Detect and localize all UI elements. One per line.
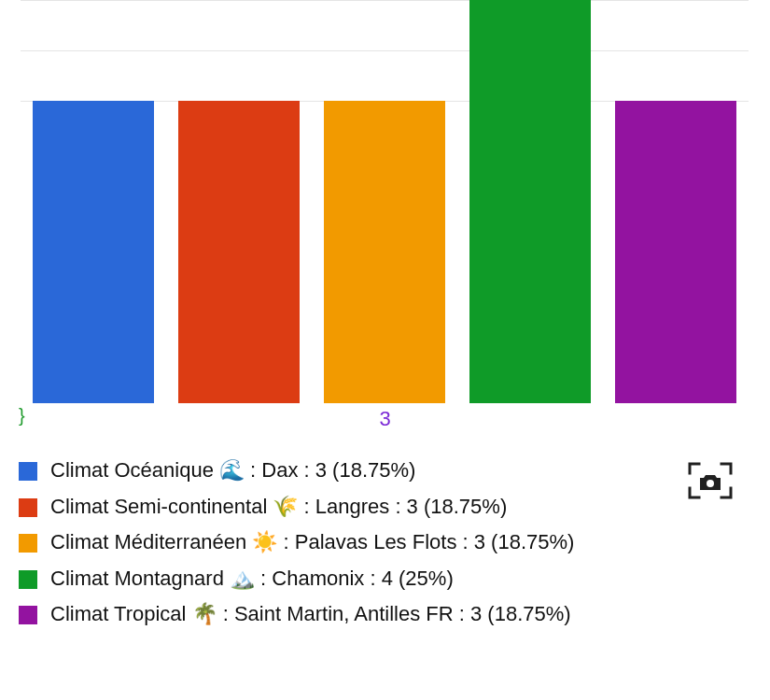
bar-chart: [21, 0, 749, 403]
bar-3: [469, 0, 591, 403]
bar-1: [178, 101, 300, 403]
legend-item-2: Climat Méditerranéen ☀️ : Palavas Les Fl…: [19, 529, 616, 556]
screenshot-button[interactable]: [688, 462, 733, 499]
legend-label: Climat Tropical 🌴 : Saint Martin, Antill…: [50, 601, 571, 628]
legend-label: Climat Océanique 🌊 : Dax : 3 (18.75%): [50, 457, 415, 484]
legend-swatch: [19, 534, 37, 553]
legend-swatch: [19, 570, 37, 589]
svg-point-0: [707, 480, 714, 487]
legend-swatch: [19, 462, 37, 481]
legend-swatch: [19, 606, 37, 624]
x-axis-tick-label: 3: [0, 407, 770, 431]
legend-item-0: Climat Océanique 🌊 : Dax : 3 (18.75%): [19, 457, 616, 484]
legend-swatch: [19, 498, 37, 517]
legend-label: Climat Montagnard 🏔️ : Chamonix : 4 (25%…: [50, 566, 454, 593]
legend-item-4: Climat Tropical 🌴 : Saint Martin, Antill…: [19, 601, 616, 628]
bar-2: [324, 101, 445, 403]
bar-group: [21, 0, 749, 403]
legend-item-3: Climat Montagnard 🏔️ : Chamonix : 4 (25%…: [19, 566, 616, 593]
camera-icon: [688, 462, 733, 499]
bar-0: [33, 101, 154, 403]
legend-item-1: Climat Semi-continental 🌾 : Langres : 3 …: [19, 494, 616, 521]
bar-4: [615, 101, 736, 403]
legend-label: Climat Semi-continental 🌾 : Langres : 3 …: [50, 494, 507, 521]
legend: Climat Océanique 🌊 : Dax : 3 (18.75%)Cli…: [19, 457, 616, 637]
legend-label: Climat Méditerranéen ☀️ : Palavas Les Fl…: [50, 529, 574, 556]
